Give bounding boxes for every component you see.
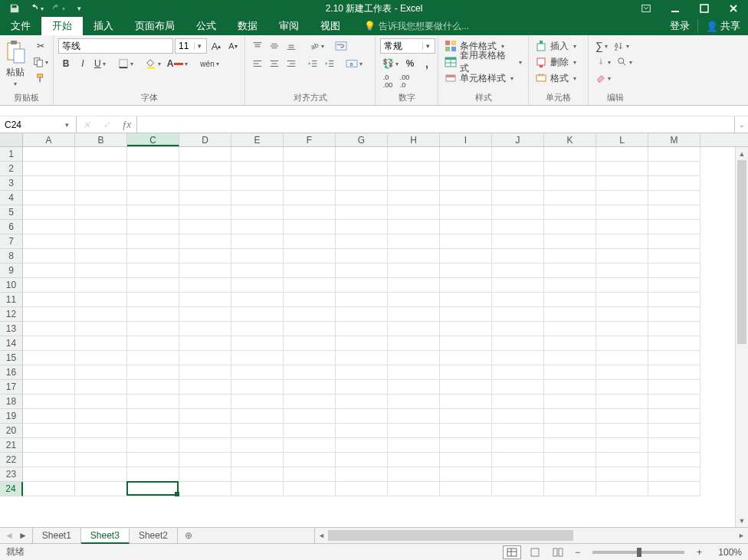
- cell-H15[interactable]: [388, 351, 440, 365]
- font-size-combo[interactable]: ▾: [175, 38, 207, 54]
- cell-A23[interactable]: [23, 467, 75, 482]
- format-cells-button[interactable]: 格式: [533, 70, 578, 86]
- cell-F10[interactable]: [284, 278, 336, 293]
- cell-A18[interactable]: [23, 395, 75, 409]
- column-header-I[interactable]: I: [440, 133, 492, 146]
- cell-E17[interactable]: [231, 380, 284, 395]
- cell-M12[interactable]: [648, 307, 700, 322]
- cell-D22[interactable]: [179, 453, 231, 467]
- cell-B16[interactable]: [75, 365, 127, 380]
- cell-K9[interactable]: [544, 264, 596, 278]
- row-header-19[interactable]: 19: [0, 409, 23, 424]
- cell-G12[interactable]: [336, 307, 388, 322]
- cell-L10[interactable]: [596, 278, 648, 293]
- cell-H6[interactable]: [388, 220, 440, 234]
- cell-B17[interactable]: [75, 380, 127, 395]
- zoom-in-button[interactable]: +: [694, 547, 705, 558]
- cell-D14[interactable]: [179, 336, 231, 351]
- font-name-combo[interactable]: ▾: [58, 38, 173, 54]
- cell-G18[interactable]: [336, 395, 388, 409]
- column-header-F[interactable]: F: [284, 133, 336, 146]
- cell-B5[interactable]: [75, 205, 127, 220]
- cell-J13[interactable]: [492, 322, 544, 336]
- cell-B12[interactable]: [75, 307, 127, 322]
- cell-A21[interactable]: [23, 438, 75, 453]
- cell-I3[interactable]: [440, 176, 492, 191]
- normal-view-button[interactable]: [503, 545, 521, 559]
- decrease-indent-button[interactable]: [305, 56, 320, 71]
- cell-J8[interactable]: [492, 249, 544, 264]
- cell-F17[interactable]: [284, 380, 336, 395]
- number-format-combo[interactable]: ▾: [380, 38, 435, 54]
- cell-F4[interactable]: [284, 191, 336, 205]
- row-header-1[interactable]: 1: [0, 147, 23, 162]
- cell-E4[interactable]: [231, 191, 284, 205]
- column-header-K[interactable]: K: [544, 133, 596, 146]
- cell-styles-button[interactable]: 单元格样式: [443, 70, 515, 86]
- cell-A20[interactable]: [23, 424, 75, 438]
- cell-E14[interactable]: [231, 336, 284, 351]
- cell-I9[interactable]: [440, 264, 492, 278]
- cell-L4[interactable]: [596, 191, 648, 205]
- cell-E18[interactable]: [231, 395, 284, 409]
- tab-file[interactable]: 文件: [0, 17, 41, 35]
- cell-F23[interactable]: [284, 467, 336, 482]
- cell-C8[interactable]: [127, 249, 179, 264]
- cell-G23[interactable]: [336, 467, 388, 482]
- minimize-button[interactable]: [661, 0, 690, 17]
- cell-H7[interactable]: [388, 234, 440, 249]
- row-header-13[interactable]: 13: [0, 322, 23, 336]
- cell-F15[interactable]: [284, 351, 336, 365]
- cell-L15[interactable]: [596, 351, 648, 365]
- tab-data[interactable]: 数据: [227, 17, 268, 35]
- cell-M18[interactable]: [648, 395, 700, 409]
- redo-button[interactable]: ▾: [48, 0, 67, 17]
- number-format-input[interactable]: [381, 39, 422, 53]
- horizontal-scrollbar[interactable]: ◄ ►: [314, 528, 748, 543]
- cell-K19[interactable]: [544, 409, 596, 424]
- cell-J1[interactable]: [492, 147, 544, 162]
- cell-B24[interactable]: [75, 482, 127, 496]
- cell-G5[interactable]: [336, 205, 388, 220]
- row-header-17[interactable]: 17: [0, 380, 23, 395]
- cell-A7[interactable]: [23, 234, 75, 249]
- cell-H5[interactable]: [388, 205, 440, 220]
- cancel-formula-button[interactable]: ✕: [77, 120, 97, 130]
- cell-A24[interactable]: [23, 482, 75, 496]
- cell-C17[interactable]: [127, 380, 179, 395]
- cell-E24[interactable]: [231, 482, 284, 496]
- cut-button[interactable]: ✂: [31, 38, 51, 54]
- delete-cells-button[interactable]: 删除: [533, 54, 578, 70]
- phonetic-button[interactable]: wén: [198, 56, 221, 71]
- cell-B6[interactable]: [75, 220, 127, 234]
- align-center-button[interactable]: [267, 56, 282, 71]
- cell-H21[interactable]: [388, 438, 440, 453]
- cell-G3[interactable]: [336, 176, 388, 191]
- name-box-input[interactable]: [0, 120, 60, 130]
- cell-J9[interactable]: [492, 264, 544, 278]
- cell-E19[interactable]: [231, 409, 284, 424]
- scroll-down-button[interactable]: ▼: [736, 514, 748, 527]
- row-header-8[interactable]: 8: [0, 249, 23, 264]
- cell-C15[interactable]: [127, 351, 179, 365]
- cell-F2[interactable]: [284, 162, 336, 176]
- row-header-14[interactable]: 14: [0, 336, 23, 351]
- cell-C12[interactable]: [127, 307, 179, 322]
- cell-E15[interactable]: [231, 351, 284, 365]
- cell-D18[interactable]: [179, 395, 231, 409]
- page-break-view-button[interactable]: [549, 545, 567, 559]
- cell-G9[interactable]: [336, 264, 388, 278]
- cell-C5[interactable]: [127, 205, 179, 220]
- cell-A6[interactable]: [23, 220, 75, 234]
- cell-D5[interactable]: [179, 205, 231, 220]
- cell-M7[interactable]: [648, 234, 700, 249]
- cell-L5[interactable]: [596, 205, 648, 220]
- cell-L24[interactable]: [596, 482, 648, 496]
- cell-G22[interactable]: [336, 453, 388, 467]
- cell-J12[interactable]: [492, 307, 544, 322]
- cell-I24[interactable]: [440, 482, 492, 496]
- tab-view[interactable]: 视图: [310, 17, 351, 35]
- cell-A5[interactable]: [23, 205, 75, 220]
- column-header-M[interactable]: M: [648, 133, 700, 146]
- cell-G15[interactable]: [336, 351, 388, 365]
